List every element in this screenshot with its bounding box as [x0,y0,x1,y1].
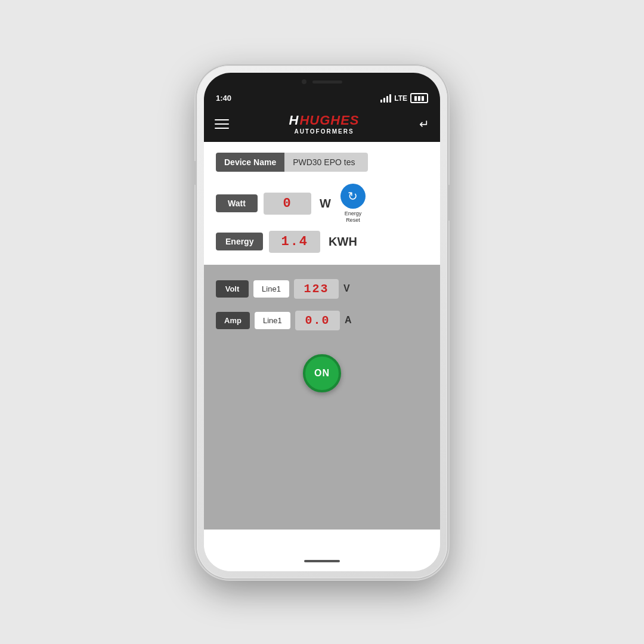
energy-value: 1.4 [281,234,308,249]
status-right: LTE ▮▮▮ [380,93,428,103]
gray-panel: Volt Line1 123 V Amp Line1 0.0 A [204,265,440,530]
signal-icon [380,94,391,103]
back-button[interactable]: ↵ [419,117,429,131]
phone-screen: 1:40 LTE ▮▮▮ HHUGHES [204,73,440,571]
phone-top-bar [204,73,440,91]
metrics-section: Watt 0 W ↻ EnergyReset Energy [204,179,440,265]
logo-hughes-line: HHUGHES [289,113,359,128]
amp-display: 0.0 [295,311,340,330]
menu-button[interactable] [215,119,229,129]
reset-label: EnergyReset [345,210,362,224]
amp-row: Amp Line1 0.0 A [216,311,428,330]
amp-sublabel: Line1 [255,312,290,329]
energy-reset-button[interactable]: ↻ EnergyReset [340,184,366,224]
volt-sublabel: Line1 [253,280,289,298]
volt-value: 123 [304,282,329,296]
volt-display: 123 [294,279,339,299]
app-header: HHUGHES AUTOFORMERS ↵ [204,106,440,142]
watt-label: Watt [216,194,258,212]
device-name-row: Device Name PWD30 EPO tes [204,142,440,179]
status-bar: 1:40 LTE ▮▮▮ [204,91,440,106]
phone-frame: 1:40 LTE ▮▮▮ HHUGHES [197,66,447,578]
energy-unit: KWH [329,235,357,249]
energy-label: Energy [216,233,263,250]
phone-bottom [204,530,440,571]
logo-h-icon: H [289,113,298,128]
reset-icon: ↻ [340,184,366,209]
battery-icon: ▮▮▮ [410,93,428,103]
watt-unit: W [320,197,331,210]
energy-row: Energy 1.4 KWH [216,231,428,253]
amp-value: 0.0 [305,314,330,327]
logo-hughes-text: HUGHES [299,113,359,128]
amp-label: Amp [216,312,250,329]
status-time: 1:40 [216,94,231,103]
camera-dot [302,79,306,84]
volt-label: Volt [216,280,249,298]
app-content: Device Name PWD30 EPO tes Watt 0 W ↻ Ene… [204,142,440,530]
amp-unit: A [345,315,352,326]
on-button[interactable]: ON [303,354,341,392]
speaker-bar [312,80,342,83]
volt-row: Volt Line1 123 V [216,279,428,299]
device-name-value: PWD30 EPO tes [284,153,368,172]
energy-display: 1.4 [269,231,320,253]
watt-row: Watt 0 W ↻ EnergyReset [216,184,428,224]
app-logo: HHUGHES AUTOFORMERS [289,113,359,135]
home-indicator [304,560,340,562]
watt-value: 0 [283,196,292,211]
logo-autoformers-text: AUTOFORMERS [294,128,354,135]
volt-unit: V [343,283,350,294]
on-button-container: ON [216,354,428,515]
lte-label: LTE [394,94,407,103]
watt-display: 0 [264,193,311,215]
hamburger-line [215,128,229,129]
device-name-label: Device Name [216,153,284,172]
hamburger-line [215,123,229,125]
on-button-label: ON [314,368,330,379]
hamburger-line [215,119,229,120]
